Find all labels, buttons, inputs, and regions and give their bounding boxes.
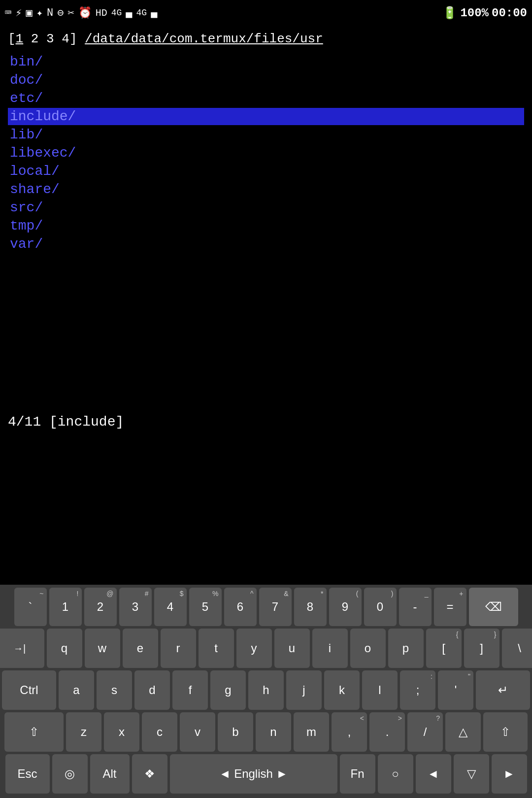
minus-circle-icon: ⊖ bbox=[57, 6, 64, 20]
key-g[interactable]: g bbox=[210, 670, 246, 710]
esc-key[interactable]: Esc bbox=[5, 754, 50, 794]
tools-icon: ✂ bbox=[67, 6, 74, 20]
directory-list: bin/ doc/ etc/ include/ lib/ libexec/ lo… bbox=[8, 51, 524, 255]
dir-lib[interactable]: lib/ bbox=[8, 126, 524, 143]
key-e[interactable]: e bbox=[123, 629, 158, 668]
dir-var[interactable]: var/ bbox=[8, 235, 524, 253]
key-d[interactable]: d bbox=[134, 670, 170, 710]
home-key[interactable]: ○ bbox=[378, 754, 413, 794]
usb-icon: ⚡ bbox=[15, 6, 22, 20]
key-f[interactable]: f bbox=[172, 670, 208, 710]
dir-src[interactable]: src/ bbox=[8, 199, 524, 216]
key-a[interactable]: a bbox=[59, 670, 94, 710]
forward-key[interactable]: ► bbox=[492, 754, 527, 794]
key-x[interactable]: x bbox=[104, 712, 139, 752]
key-o[interactable]: o bbox=[350, 629, 386, 668]
tab-bar: [1 2 3 4] /data/data/com.termux/files/us… bbox=[8, 30, 524, 51]
alt-key[interactable]: Alt bbox=[90, 754, 130, 794]
key-r[interactable]: r bbox=[161, 629, 196, 668]
4g2-icon: 4G bbox=[136, 8, 147, 18]
dir-share[interactable]: share/ bbox=[8, 181, 524, 198]
tab-2[interactable]: 2 bbox=[31, 32, 39, 46]
terminal-area[interactable]: [1 2 3 4] /data/data/com.termux/files/us… bbox=[0, 26, 532, 259]
key-q[interactable]: q bbox=[47, 629, 82, 668]
key-backslash[interactable]: \ bbox=[502, 629, 532, 668]
space-key[interactable]: ◄ English ► bbox=[170, 754, 337, 794]
key-2[interactable]: @ 2 bbox=[84, 588, 117, 626]
time-display: 00:00 bbox=[492, 6, 527, 20]
menu-key[interactable]: ▽ bbox=[454, 754, 489, 794]
tab-1[interactable]: 1 bbox=[16, 32, 24, 46]
key-3[interactable]: # 3 bbox=[119, 588, 152, 626]
current-path: /data/data/com.termux/files/usr bbox=[85, 32, 323, 46]
key-backtick[interactable]: ~ ` bbox=[14, 588, 47, 626]
dir-include[interactable]: include/ bbox=[8, 108, 524, 125]
key-m[interactable]: m bbox=[294, 712, 329, 752]
key-7[interactable]: & 7 bbox=[259, 588, 292, 626]
up-arrow-key[interactable]: △ bbox=[445, 712, 481, 752]
keyboard-row-4: ⇧ z x c v b n m < , > . ? / △ ⇧ bbox=[2, 712, 530, 752]
dir-local[interactable]: local/ bbox=[8, 163, 524, 180]
dir-tmp[interactable]: tmp/ bbox=[8, 217, 524, 234]
keyboard[interactable]: ~ ` ! 1 @ 2 # 3 $ 4 % 5 ^ 6 & 7 bbox=[0, 585, 532, 798]
key-minus[interactable]: _ - bbox=[399, 588, 432, 626]
key-b[interactable]: b bbox=[218, 712, 253, 752]
key-y[interactable]: y bbox=[236, 629, 272, 668]
dir-etc[interactable]: etc/ bbox=[8, 90, 524, 107]
status-line-text: 4/11 [include] bbox=[8, 414, 124, 430]
key-period[interactable]: > . bbox=[369, 712, 405, 752]
key-slash[interactable]: ? / bbox=[407, 712, 443, 752]
key-h[interactable]: h bbox=[248, 670, 284, 710]
left-shift-key[interactable]: ⇧ bbox=[4, 712, 64, 752]
key-4[interactable]: $ 4 bbox=[154, 588, 187, 626]
key-p[interactable]: p bbox=[388, 629, 424, 668]
key-w[interactable]: w bbox=[85, 629, 120, 668]
square-icon: ▣ bbox=[26, 6, 33, 20]
status-right: 🔋 100% 00:00 bbox=[442, 6, 527, 20]
back-key[interactable]: ◄ bbox=[416, 754, 451, 794]
key-k[interactable]: k bbox=[324, 670, 360, 710]
alarm-icon: ⏰ bbox=[78, 6, 92, 20]
fn-key[interactable]: Fn bbox=[340, 754, 375, 794]
key-j[interactable]: j bbox=[286, 670, 322, 710]
key-s[interactable]: s bbox=[97, 670, 132, 710]
tab-key[interactable]: →| bbox=[0, 629, 44, 668]
key-rbracket[interactable]: } ] bbox=[464, 629, 499, 668]
key-u[interactable]: u bbox=[274, 629, 310, 668]
keyboard-icon: ⌨ bbox=[5, 6, 11, 20]
key-1[interactable]: ! 1 bbox=[49, 588, 82, 626]
circle-key[interactable]: ◎ bbox=[52, 754, 88, 794]
dir-libexec[interactable]: libexec/ bbox=[8, 144, 524, 162]
diamond-key[interactable]: ❖ bbox=[132, 754, 167, 794]
key-lbracket[interactable]: { [ bbox=[426, 629, 462, 668]
key-t[interactable]: t bbox=[199, 629, 234, 668]
dir-doc[interactable]: doc/ bbox=[8, 71, 524, 89]
key-comma[interactable]: < , bbox=[332, 712, 367, 752]
key-v[interactable]: v bbox=[180, 712, 215, 752]
hd-icon: HD bbox=[96, 7, 107, 19]
key-equals[interactable]: + = bbox=[434, 588, 466, 626]
key-semicolon[interactable]: : ; bbox=[400, 670, 435, 710]
status-left: ⌨ ⚡ ▣ ✦ N ⊖ ✂ ⏰ HD 4G ▄ 4G ▄ bbox=[5, 6, 157, 20]
right-shift-key[interactable]: ⇧ bbox=[483, 712, 528, 752]
key-i[interactable]: i bbox=[312, 629, 348, 668]
enter-key[interactable]: ↵ bbox=[476, 670, 530, 710]
bluetooth-icon: ✦ bbox=[36, 6, 43, 20]
key-8[interactable]: * 8 bbox=[294, 588, 327, 626]
key-6[interactable]: ^ 6 bbox=[224, 588, 257, 626]
tab-3[interactable]: 3 bbox=[46, 32, 54, 46]
key-5[interactable]: % 5 bbox=[189, 588, 222, 626]
key-c[interactable]: c bbox=[142, 712, 177, 752]
key-apostrophe[interactable]: " ' bbox=[438, 670, 473, 710]
ctrl-key[interactable]: Ctrl bbox=[2, 670, 56, 710]
key-l[interactable]: l bbox=[362, 670, 398, 710]
key-z[interactable]: z bbox=[66, 712, 101, 752]
key-0[interactable]: ) 0 bbox=[364, 588, 397, 626]
key-n[interactable]: n bbox=[256, 712, 291, 752]
dir-bin[interactable]: bin/ bbox=[8, 53, 524, 70]
key-9[interactable]: ( 9 bbox=[329, 588, 362, 626]
signal2-icon: ▄ bbox=[151, 7, 157, 19]
keyboard-row-1: ~ ` ! 1 @ 2 # 3 $ 4 % 5 ^ 6 & 7 bbox=[2, 588, 530, 626]
backspace-key[interactable]: ⌫ bbox=[469, 588, 518, 626]
tab-4[interactable]: 4 bbox=[62, 32, 69, 46]
